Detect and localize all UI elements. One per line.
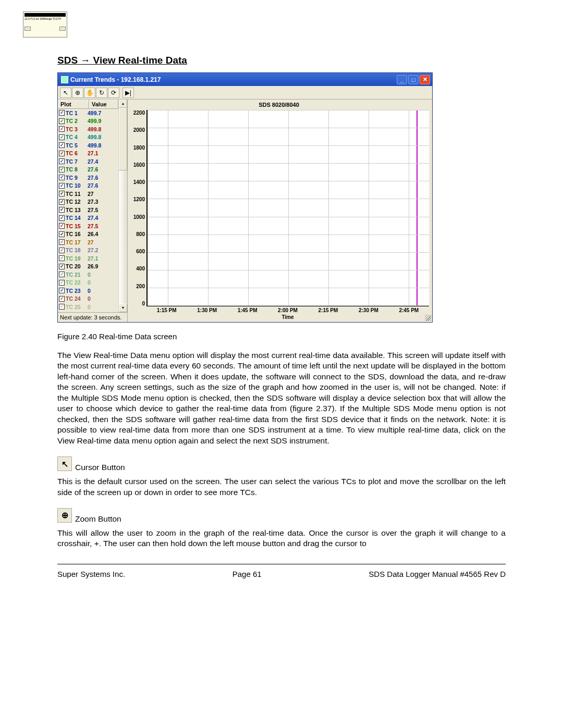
checkbox-icon[interactable]: ✓: [59, 158, 65, 164]
table-row[interactable]: ✓TC 4499.8: [58, 133, 118, 142]
tc-label: TC 1: [66, 110, 88, 116]
y-tick: 1800: [129, 145, 145, 151]
x-tick: 1:45 PM: [238, 307, 258, 313]
table-row[interactable]: ✓TC 2499.9: [58, 117, 118, 126]
checkbox-icon[interactable]: ✓: [59, 231, 65, 237]
tc-label: TC 20: [66, 263, 88, 269]
y-axis: 2200200018001600140012001000800600400200…: [129, 110, 146, 306]
checkbox-icon[interactable]: ✓: [59, 126, 65, 132]
checkbox-icon[interactable]: ✓: [59, 288, 65, 293]
undo-icon[interactable]: ↻: [96, 88, 107, 98]
table-row[interactable]: ✓TC 1499.7: [58, 109, 118, 117]
checkbox-icon[interactable]: ✓: [59, 296, 65, 302]
checkbox-icon[interactable]: ✓: [59, 272, 65, 277]
checkbox-icon[interactable]: ✓: [59, 199, 65, 205]
header-value[interactable]: Value: [89, 100, 118, 109]
header-plot[interactable]: Plot: [58, 100, 89, 109]
tc-value: 27.1: [88, 255, 118, 262]
cursor-button-label: Cursor Button: [75, 463, 125, 472]
table-row[interactable]: ✓TC 1727: [58, 238, 118, 246]
maximize-button[interactable]: □: [408, 75, 419, 84]
checkbox-icon[interactable]: ✓: [59, 280, 65, 286]
chart-area[interactable]: SDS 8020/8040 22002000180016001400120010…: [128, 100, 432, 322]
table-row[interactable]: ✓TC 1827.2: [58, 246, 118, 255]
checkbox-icon[interactable]: ✓: [59, 248, 65, 253]
table-row[interactable]: ✓TC 1127: [58, 190, 118, 198]
resize-grip-icon[interactable]: [425, 315, 431, 321]
checkbox-icon[interactable]: ✓: [59, 134, 65, 140]
table-row[interactable]: ✓TC 1027.6: [58, 182, 118, 190]
scroll-down-icon[interactable]: ▾: [119, 304, 127, 312]
y-tick: 200: [129, 283, 145, 289]
x-axis: Time 1:15 PM1:30 PM1:45 PM2:00 PM2:15 PM…: [146, 306, 429, 321]
y-tick: 400: [129, 266, 145, 272]
titlebar[interactable]: Current Trends - 192.168.1.217 _ □ ✕: [58, 73, 432, 86]
cursor-paragraph: This is the default cursor used on the s…: [57, 476, 506, 498]
table-row[interactable]: ✓TC 1227.3: [58, 198, 118, 206]
table-row[interactable]: ✓TC 210: [58, 270, 118, 279]
app-icon: [61, 76, 68, 83]
table-row[interactable]: ✓TC 240: [58, 295, 118, 303]
separator: [120, 88, 122, 98]
refresh-icon[interactable]: ⟳: [108, 88, 119, 98]
y-tick: 2000: [129, 127, 145, 133]
zoom-paragraph: This will allow the user to zoom in the …: [57, 528, 506, 549]
table-row[interactable]: ✓TC 5499.8: [58, 141, 118, 150]
minimize-button[interactable]: _: [397, 75, 407, 84]
tc-panel: Plot Value ✓TC 1499.7✓TC 2499.9✓TC 3499.…: [58, 100, 128, 322]
checkbox-icon[interactable]: ✓: [59, 151, 65, 156]
checkbox-icon[interactable]: ✓: [59, 110, 65, 116]
checkbox-icon[interactable]: ✓: [59, 223, 65, 229]
checkbox-icon[interactable]: ✓: [59, 118, 65, 124]
checkbox-icon[interactable]: ✓: [59, 264, 65, 269]
checkbox-icon[interactable]: ✓: [59, 167, 65, 172]
table-row[interactable]: ✓TC 3499.8: [58, 125, 118, 133]
table-row[interactable]: ✓TC 827.6: [58, 166, 118, 174]
plot-surface[interactable]: [146, 110, 429, 306]
page-footer: Super Systems Inc. Page 61 SDS Data Logg…: [57, 570, 506, 578]
zoom-button-icon: ⊕: [57, 508, 72, 523]
table-row[interactable]: ✓TC 230: [58, 287, 118, 295]
checkbox-icon[interactable]: ✓: [59, 304, 65, 310]
table-row[interactable]: ✓TC 250: [58, 303, 118, 311]
checkbox-icon[interactable]: ✓: [59, 183, 65, 189]
cursor-icon[interactable]: ↖: [60, 88, 71, 98]
scroll-thumb[interactable]: [119, 108, 127, 170]
zoom-icon[interactable]: ⊕: [72, 88, 83, 98]
checkbox-icon[interactable]: ✓: [59, 207, 65, 213]
pan-icon[interactable]: ✋: [84, 88, 95, 98]
checkbox-icon[interactable]: ✓: [59, 239, 65, 245]
tc-label: TC 23: [66, 288, 88, 294]
checkbox-icon[interactable]: ✓: [59, 191, 65, 196]
tc-list[interactable]: ✓TC 1499.7✓TC 2499.9✓TC 3499.8✓TC 4499.8…: [58, 109, 118, 311]
last-icon[interactable]: ▶|: [123, 88, 134, 98]
table-row[interactable]: ✓TC 2026.9: [58, 263, 118, 271]
table-row[interactable]: ✓TC 1327.5: [58, 206, 118, 214]
footer-left: Super Systems Inc.: [57, 570, 125, 578]
table-row[interactable]: ✓TC 1427.4: [58, 214, 118, 223]
tc-value: 27.6: [88, 166, 118, 172]
table-row[interactable]: ✓TC 927.6: [58, 174, 118, 182]
x-axis-label: Time: [282, 314, 293, 320]
footer-right: SDS Data Logger Manual #4565 Rev D: [369, 570, 506, 578]
table-row[interactable]: ✓TC 1527.5: [58, 222, 118, 230]
checkbox-icon[interactable]: ✓: [59, 142, 65, 148]
table-row[interactable]: ✓TC 220: [58, 279, 118, 287]
table-row[interactable]: ✓TC 1927.1: [58, 254, 118, 263]
tc-value: 27.3: [88, 199, 118, 205]
tc-value: 499.8: [88, 142, 118, 149]
checkbox-icon[interactable]: ✓: [59, 215, 65, 221]
tc-value: 26.4: [88, 231, 118, 237]
footer-center: Page 61: [232, 570, 262, 578]
scroll-up-icon[interactable]: ▴: [119, 100, 127, 108]
close-button[interactable]: ✕: [420, 75, 430, 84]
checkbox-icon[interactable]: ✓: [59, 175, 65, 180]
checkbox-icon[interactable]: ✓: [59, 255, 65, 261]
table-row[interactable]: ✓TC 727.4: [58, 157, 118, 166]
tc-label: TC 5: [66, 142, 88, 149]
x-tick: 1:30 PM: [197, 307, 217, 313]
table-row[interactable]: ✓TC 1626.4: [58, 230, 118, 239]
scrollbar[interactable]: ▴ ▾: [118, 100, 127, 312]
table-row[interactable]: ✓TC 627.1: [58, 150, 118, 158]
y-tick: 1200: [129, 196, 145, 202]
